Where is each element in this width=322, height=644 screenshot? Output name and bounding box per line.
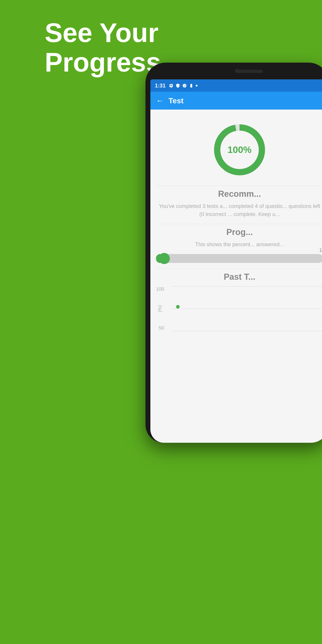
progress-label-right: 1 xyxy=(319,247,322,253)
phone-speaker xyxy=(236,70,263,73)
chart-lines xyxy=(172,286,322,331)
progress-description: This shows the percent... answered... xyxy=(156,240,322,248)
progress-section: Prog... This shows the percent... answer… xyxy=(156,228,322,263)
donut-percent: 100% xyxy=(228,144,251,155)
progress-bar-container: 1 xyxy=(156,254,322,263)
phone-body: 1:31 xyxy=(145,62,322,443)
gear-icon xyxy=(169,84,173,88)
chart-y-label-100: 100 xyxy=(156,286,164,292)
status-time: 1:31 xyxy=(155,82,166,89)
past-tests-section: Past T... 100 50 (%) xyxy=(156,272,322,331)
progress-bar-dot xyxy=(159,253,170,264)
headline: See Your Progress xyxy=(45,18,161,77)
chart-line-bot xyxy=(172,331,322,331)
status-bar: 1:31 xyxy=(150,80,322,92)
chart-line-mid xyxy=(172,308,322,309)
recommendation-body: You've completed 3 tests a... completed … xyxy=(156,202,322,218)
back-button[interactable]: ← xyxy=(156,96,164,105)
headline-line1: See Your xyxy=(45,18,161,48)
divider-3 xyxy=(156,268,322,269)
app-bar: ← Test xyxy=(150,92,322,110)
status-dot xyxy=(196,85,198,86)
chart-data-point xyxy=(176,305,180,308)
divider-1 xyxy=(156,186,322,186)
donut-chart: 100% xyxy=(211,121,269,179)
battery-icon xyxy=(189,84,194,88)
recommendation-section: Recomm... You've completed 3 tests a... … xyxy=(156,189,322,218)
y-axis-label: (%) xyxy=(157,305,162,312)
phone-screen: 1:31 xyxy=(150,80,322,443)
at-icon xyxy=(182,84,187,88)
shield-icon xyxy=(176,84,180,88)
chart-line-top xyxy=(172,286,322,286)
divider-2 xyxy=(156,224,322,224)
past-tests-title: Past T... xyxy=(156,272,322,282)
recommendation-title: Recomm... xyxy=(156,189,322,199)
chart-y-label-50: 50 xyxy=(159,325,164,331)
donut-container: 100% xyxy=(156,121,322,179)
chart-area: 100 50 (%) xyxy=(156,286,322,331)
headline-line2: Progress xyxy=(45,48,161,77)
phone-device: 1:31 xyxy=(145,62,322,622)
progress-title: Prog... xyxy=(156,228,322,237)
status-icons xyxy=(169,84,198,88)
app-bar-title: Test xyxy=(168,96,183,105)
progress-bar-fill xyxy=(156,254,164,263)
app-content: 100% Recomm... You've completed 3 tests … xyxy=(150,110,322,338)
